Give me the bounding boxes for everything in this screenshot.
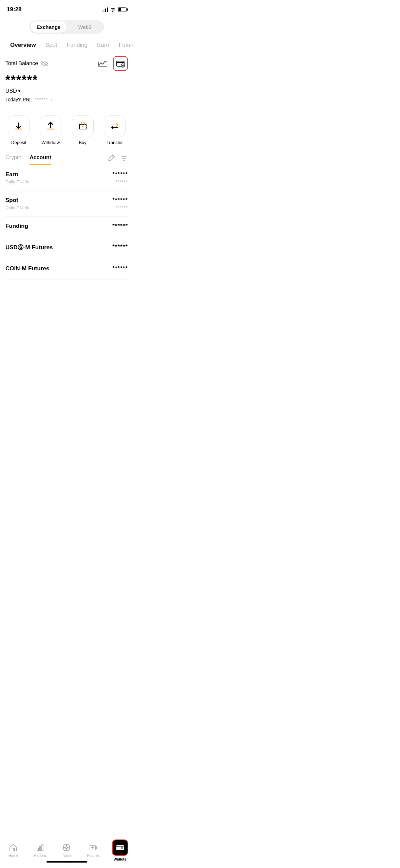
filter-icon[interactable]: [120, 155, 128, 162]
currency-chevron-icon[interactable]: ▾: [18, 89, 20, 93]
deposit-button[interactable]: Deposit: [8, 115, 30, 145]
account-item-subvalue: ******: [116, 179, 128, 184]
balance-label: Total Balance: [5, 60, 38, 67]
account-item[interactable]: Earn ****** Daily PNL% ******: [5, 165, 128, 191]
edit-icon[interactable]: [108, 155, 115, 162]
account-item[interactable]: Spot ****** Daily PNL% ******: [5, 191, 128, 217]
signal-icon: [102, 7, 108, 12]
account-item-value: ******: [112, 265, 128, 272]
currency-label: USD: [5, 88, 17, 94]
buy-icon: [72, 115, 94, 137]
account-item[interactable]: COIN-M Futures ******: [5, 259, 128, 280]
transfer-icon: [104, 115, 126, 137]
account-item-name: Funding: [5, 223, 28, 230]
account-item[interactable]: USDⓈ-M Futures ******: [5, 237, 128, 259]
pnl-arrow-icon: ›: [51, 97, 52, 102]
svg-text:R: R: [122, 65, 124, 68]
account-item-sublabel: Daily PNL%: [5, 179, 29, 184]
account-item-name: Earn: [5, 171, 18, 178]
status-bar: 19:28: [0, 0, 133, 17]
pnl-value: ******: [35, 97, 48, 102]
balance-section: Total Balance: [0, 51, 133, 110]
deposit-icon: [8, 115, 30, 137]
tab-futures[interactable]: Futures: [114, 40, 133, 51]
account-item-value: ******: [112, 243, 128, 250]
sub-tab-crypto[interactable]: Crypto: [5, 152, 21, 165]
sub-tab-account[interactable]: Account: [30, 152, 51, 165]
nav-tabs: Overview Spot Funding Earn Futures Margi…: [0, 37, 133, 51]
sub-tabs: Crypto Account: [0, 152, 133, 165]
pnl-label[interactable]: Today's PNL: [5, 97, 32, 102]
battery-icon: [118, 7, 127, 12]
svg-point-6: [82, 126, 83, 127]
buy-label: Buy: [79, 140, 86, 145]
tab-funding[interactable]: Funding: [62, 40, 92, 51]
account-item-subvalue: ******: [116, 205, 128, 210]
account-item-sublabel: Daily PNL%: [5, 205, 29, 210]
account-item-value: ******: [112, 171, 128, 178]
tab-spot[interactable]: Spot: [41, 40, 62, 51]
action-buttons: Deposit Withdraw Buy Trans: [0, 110, 133, 152]
account-item-value: ******: [112, 223, 128, 230]
exchange-toggle[interactable]: Exchange Web3: [30, 20, 104, 34]
buy-button[interactable]: Buy: [72, 115, 94, 145]
account-list: Earn ****** Daily PNL% ****** Spot *****…: [0, 165, 133, 280]
chart-icon-button[interactable]: [97, 57, 109, 70]
transfer-label: Transfer: [107, 140, 123, 145]
sub-tab-actions: [108, 155, 128, 162]
account-item-value: ******: [112, 197, 128, 204]
transfer-button[interactable]: Transfer: [104, 115, 126, 145]
withdraw-label: Withdraw: [41, 140, 60, 145]
tab-earn[interactable]: Earn: [92, 40, 114, 51]
tab-overview[interactable]: Overview: [5, 40, 41, 51]
account-item[interactable]: Funding ******: [5, 217, 128, 237]
account-item-name: USDⓈ-M Futures: [5, 243, 53, 251]
status-time: 19:28: [7, 6, 21, 13]
web3-tab[interactable]: Web3: [67, 21, 103, 33]
exchange-tab[interactable]: Exchange: [31, 21, 67, 33]
eye-slash-icon[interactable]: [41, 60, 48, 67]
withdraw-button[interactable]: Withdraw: [40, 115, 61, 145]
balance-amount: ******: [5, 73, 128, 87]
wallet-report-icon-button[interactable]: R: [113, 56, 128, 71]
deposit-label: Deposit: [11, 140, 26, 145]
wifi-icon: [110, 7, 116, 12]
account-item-name: Spot: [5, 197, 18, 204]
account-item-name: COIN-M Futures: [5, 265, 49, 272]
withdraw-icon: [40, 115, 61, 137]
status-icons: [102, 7, 127, 12]
